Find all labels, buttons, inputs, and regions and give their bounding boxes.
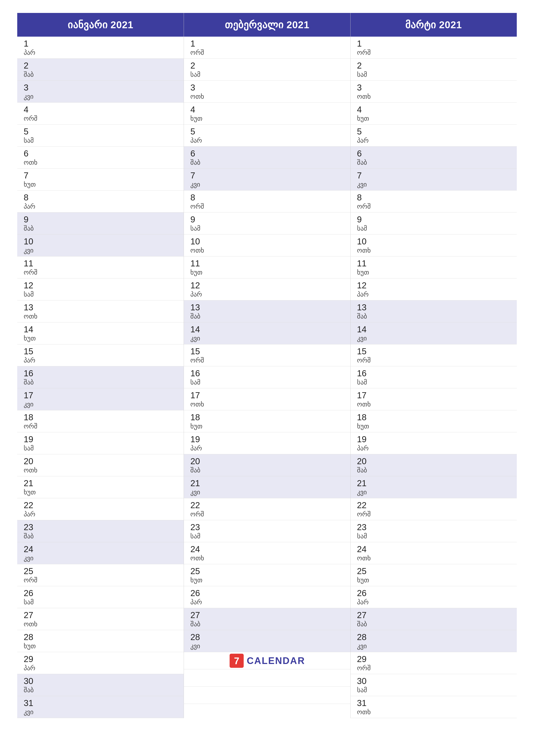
day-number: 1	[191, 39, 343, 48]
day-number: 28	[357, 632, 510, 642]
day-number: 23	[24, 523, 177, 532]
day-row: 28ხუთ	[17, 630, 184, 652]
day-row: 29ორშ	[350, 652, 517, 674]
day-number: 27	[357, 610, 510, 620]
day-name: ორშ	[24, 268, 177, 277]
day-row: 13ოთხ	[17, 300, 184, 322]
svg-text:7: 7	[234, 656, 240, 666]
day-number: 11	[357, 258, 510, 268]
day-row: 27ოთხ	[17, 608, 184, 630]
day-name: სამ	[24, 598, 177, 606]
day-row: 12სამ	[17, 279, 184, 300]
day-number: 4	[191, 105, 343, 114]
day-row: 9სამ	[184, 212, 350, 234]
day-row: 14ხუთ	[17, 322, 184, 344]
day-number: 14	[357, 325, 510, 334]
day-number: 25	[357, 566, 510, 576]
day-name: შაბ	[24, 686, 177, 694]
empty-row	[184, 687, 350, 704]
day-number: 14	[24, 325, 177, 334]
day-row: 23სამ	[184, 520, 350, 542]
day-number: 25	[24, 566, 177, 576]
day-row: 1პარ	[17, 37, 184, 59]
day-number: 21	[191, 478, 343, 488]
day-number: 15	[191, 346, 343, 356]
day-name: კვი	[191, 334, 343, 342]
day-number: 18	[191, 413, 343, 422]
day-name: შაბ	[191, 466, 343, 474]
day-name: შაბ	[191, 158, 343, 167]
day-number: 7	[357, 171, 510, 180]
day-name: სამ	[357, 686, 510, 694]
day-name: შაბ	[24, 224, 177, 232]
day-number: 27	[191, 610, 343, 620]
day-number: 16	[191, 368, 343, 378]
day-number: 17	[24, 391, 177, 400]
day-row: 8ორშ	[350, 191, 517, 212]
month-col-2: მარტი 20211ორშ2სამ3ოთხ4ხუთ5პარ6შაბ7კვი8ო…	[350, 13, 517, 718]
day-name: კვი	[24, 246, 177, 255]
day-name: ორშ	[357, 202, 510, 210]
day-number: 26	[191, 588, 343, 598]
day-name: სამ	[24, 136, 177, 145]
day-name: კვი	[357, 180, 510, 189]
day-row: 10ოთხ	[184, 234, 350, 256]
day-row: 22ორშ	[184, 498, 350, 520]
day-row: 29პარ	[17, 652, 184, 674]
day-number: 28	[191, 632, 343, 642]
day-row: 24ოთხ	[184, 542, 350, 564]
day-number: 24	[357, 544, 510, 554]
day-number: 4	[24, 105, 177, 114]
day-name: კვი	[357, 642, 510, 650]
day-name: ორშ	[191, 510, 343, 518]
day-name: შაბ	[24, 532, 177, 540]
day-name: ხუთ	[24, 642, 177, 650]
day-name: ორშ	[191, 48, 343, 57]
day-row: 15ორშ	[350, 344, 517, 366]
day-row: 16შაბ	[17, 366, 184, 388]
day-number: 10	[24, 237, 177, 246]
day-row: 10კვი	[17, 234, 184, 256]
day-name: ხუთ	[357, 422, 510, 430]
day-name: ორშ	[357, 664, 510, 672]
logo-container: 7CALENDAR	[229, 653, 305, 668]
day-name: შაბ	[24, 378, 177, 387]
day-name: შაბ	[357, 466, 510, 474]
day-name: ოთხ	[357, 92, 510, 101]
month-col-0: იანვარი 20211პარ2შაბ3კვი4ორშ5სამ6ოთხ7ხუთ…	[17, 13, 184, 718]
day-number: 22	[191, 500, 343, 510]
day-name: სამ	[191, 224, 343, 232]
day-number: 13	[357, 303, 510, 312]
day-row: 25ხუთ	[350, 564, 517, 586]
day-name: ხუთ	[24, 180, 177, 189]
day-number: 15	[24, 346, 177, 356]
day-number: 8	[357, 193, 510, 202]
logo-text: CALENDAR	[247, 655, 305, 666]
day-number: 23	[357, 523, 510, 532]
day-name: სამ	[191, 532, 343, 540]
day-row: 15ორშ	[184, 344, 350, 366]
day-number: 24	[24, 544, 177, 554]
day-row: 8პარ	[17, 191, 184, 212]
day-row: 9შაბ	[17, 212, 184, 234]
day-row: 10ოთხ	[350, 234, 517, 256]
day-name: ოთხ	[24, 158, 177, 167]
empty-row	[184, 669, 350, 687]
day-name: კვი	[191, 180, 343, 189]
day-number: 2	[24, 61, 177, 70]
day-name: კვი	[24, 708, 177, 716]
day-row: 1ორშ	[350, 37, 517, 59]
day-name: კვი	[24, 554, 177, 562]
day-name: კვი	[24, 92, 177, 101]
day-name: პარ	[24, 510, 177, 518]
day-number: 26	[24, 588, 177, 598]
day-name: ხუთ	[24, 334, 177, 342]
day-name: ორშ	[357, 48, 510, 57]
day-row: 2სამ	[350, 59, 517, 81]
day-name: კვი	[191, 488, 343, 496]
day-number: 27	[24, 610, 177, 620]
day-row: 12პარ	[350, 279, 517, 300]
day-number: 19	[357, 434, 510, 444]
day-number: 13	[24, 303, 177, 312]
day-row: 4ხუთ	[350, 103, 517, 124]
